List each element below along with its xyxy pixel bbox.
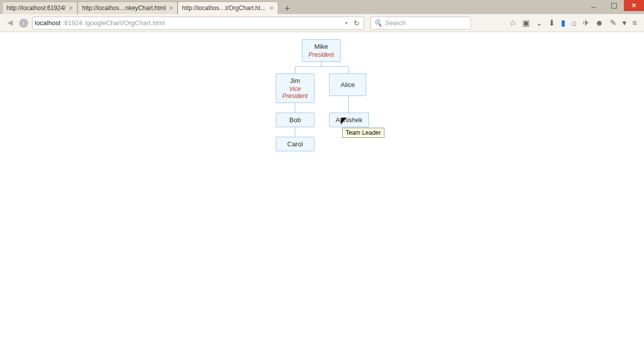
node-name: Jim bbox=[290, 77, 300, 84]
org-node-mike[interactable]: Mike President bbox=[302, 39, 341, 62]
search-icon: 🔍 bbox=[374, 19, 382, 27]
toolbar: ☆ ▣ ⌄ ⬇ ▮ ⌂ ✈ ☻ ✎ ▾ ≡ bbox=[509, 18, 641, 28]
pocket-icon[interactable]: ⌄ bbox=[536, 18, 542, 28]
close-icon[interactable]: × bbox=[169, 5, 173, 12]
page-content: Mike President Jim Vice President Alice … bbox=[0, 32, 644, 362]
node-name: Carol bbox=[287, 140, 303, 148]
browser-tab-1[interactable]: http://localhos…nkeyChart.html × bbox=[77, 2, 178, 14]
chat-icon[interactable]: ☻ bbox=[595, 19, 604, 28]
nav-bar: ◄ i localhost:61924/googleChart/OrgChart… bbox=[0, 14, 644, 32]
node-name: Alice bbox=[341, 81, 355, 88]
dropdown-icon[interactable]: ▾ bbox=[622, 18, 626, 28]
close-icon[interactable]: × bbox=[270, 5, 274, 12]
plus-icon: + bbox=[285, 4, 290, 14]
send-icon[interactable]: ✈ bbox=[583, 18, 589, 28]
org-node-bob[interactable]: Bob bbox=[276, 113, 314, 127]
node-tooltip: Team Leader bbox=[342, 128, 384, 138]
address-bar[interactable]: localhost:61924/googleChart/OrgChart.htm… bbox=[32, 17, 364, 30]
back-icon: ◄ bbox=[6, 18, 15, 28]
connector bbox=[348, 95, 349, 113]
browser-tab-0[interactable]: http://localhost:61924/ × bbox=[2, 2, 77, 14]
node-name: Bob bbox=[289, 116, 301, 124]
node-title: President bbox=[308, 51, 334, 58]
org-node-alice[interactable]: Alice bbox=[329, 73, 366, 96]
url-port: :61924 bbox=[62, 19, 83, 27]
close-icon[interactable]: × bbox=[69, 5, 73, 12]
tooltip-text: Team Leader bbox=[346, 129, 381, 136]
org-node-carol[interactable]: Carol bbox=[276, 137, 314, 151]
tab-label: http://localhost:61924/ bbox=[7, 5, 66, 12]
search-box[interactable]: 🔍 Search bbox=[370, 17, 471, 30]
screenshot-icon[interactable]: ▮ bbox=[561, 18, 566, 28]
search-placeholder: Search bbox=[385, 19, 406, 27]
site-identity-icon[interactable]: i bbox=[19, 19, 28, 28]
node-name: Mike bbox=[314, 43, 328, 50]
brush-icon[interactable]: ✎ bbox=[610, 18, 616, 28]
node-title: Vice President bbox=[282, 85, 308, 100]
window-close-button[interactable] bbox=[624, 0, 644, 11]
back-button[interactable]: ◄ bbox=[3, 16, 17, 30]
window-maximize-button[interactable] bbox=[604, 0, 624, 11]
tab-label: http://localhos…t/OrgChart.html bbox=[182, 5, 267, 12]
reload-button[interactable]: ↻ bbox=[352, 19, 362, 27]
bookmark-icon[interactable]: ☆ bbox=[509, 18, 516, 28]
tab-label: http://localhos…nkeyChart.html bbox=[82, 5, 166, 12]
org-node-abhishek[interactable]: Abhishek bbox=[329, 113, 369, 127]
url-path: /googleChart/OrgChart.html bbox=[85, 19, 165, 27]
window-minimize-button[interactable] bbox=[584, 0, 604, 11]
connector bbox=[348, 66, 349, 73]
url-host: localhost bbox=[35, 19, 60, 27]
window-controls bbox=[584, 0, 644, 11]
org-node-jim[interactable]: Jim Vice President bbox=[276, 73, 314, 103]
menu-icon[interactable]: ≡ bbox=[632, 19, 637, 28]
downloads-icon[interactable]: ⬇ bbox=[548, 18, 555, 28]
browser-tab-2[interactable]: http://localhos…t/OrgChart.html × bbox=[178, 2, 278, 14]
connector bbox=[295, 66, 295, 73]
new-tab-button[interactable]: + bbox=[281, 3, 293, 14]
node-name: Abhishek bbox=[336, 116, 362, 124]
tab-strip: http://localhost:61924/ × http://localho… bbox=[0, 0, 644, 14]
url-dropdown-icon[interactable]: ▾ bbox=[343, 20, 350, 26]
library-icon[interactable]: ▣ bbox=[522, 18, 530, 28]
connector bbox=[295, 66, 348, 67]
home-icon[interactable]: ⌂ bbox=[572, 19, 577, 28]
